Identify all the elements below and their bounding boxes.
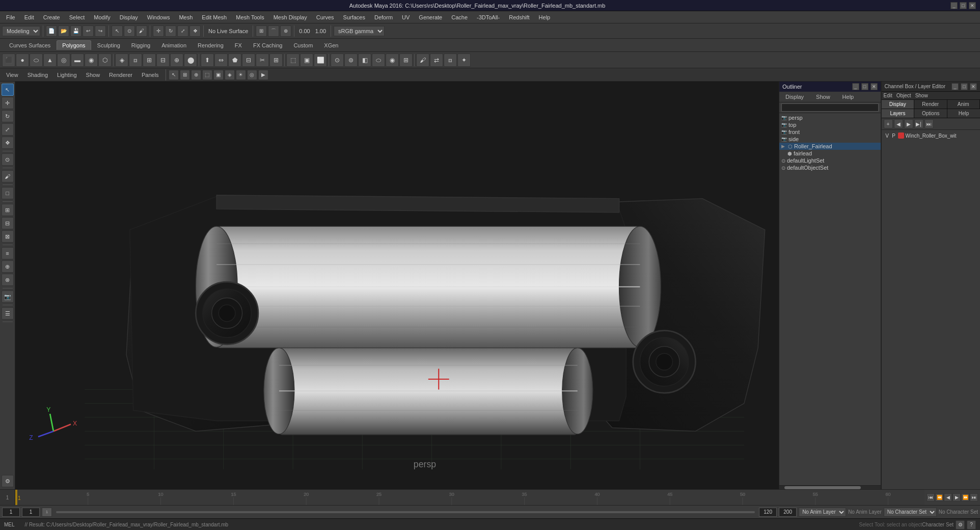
create-cube-icon[interactable]: ⬛ [2, 54, 15, 67]
select-icon[interactable]: ↖ [169, 70, 179, 80]
select-tool-btn[interactable]: ↖ [2, 84, 14, 96]
move-tool[interactable]: ✛ [153, 25, 164, 37]
panels-menu[interactable]: Panels [138, 71, 163, 79]
tab-fx[interactable]: FX [230, 41, 247, 50]
window-controls[interactable]: _ □ ✕ [950, 2, 976, 9]
layer-playback[interactable]: P [891, 133, 896, 139]
char-set-select[interactable]: No Character Set [884, 508, 937, 517]
undo-button[interactable]: ↩ [83, 25, 94, 37]
combine-icon[interactable]: ⊞ [143, 54, 156, 67]
tab-rigging[interactable]: Rigging [126, 41, 155, 50]
redo-button[interactable]: ↪ [95, 25, 106, 37]
layer-toggle[interactable]: ☰ [2, 307, 14, 320]
create-disc-icon[interactable]: ◉ [85, 54, 98, 67]
maximize-button[interactable]: □ [960, 2, 967, 9]
layer-nav-play[interactable]: ▶| [914, 119, 923, 128]
anim-layer-select[interactable]: No Anim Layer [799, 508, 846, 517]
display-wireframe-icon[interactable]: ⬚ [286, 54, 300, 67]
shaded-icon[interactable]: ▣ [213, 70, 224, 80]
tab-fx-caching[interactable]: FX Caching [248, 41, 287, 50]
outliner-item-top[interactable]: 📷 top [779, 121, 881, 128]
shading-menu[interactable]: Shading [23, 71, 52, 79]
tab-custom[interactable]: Custom [288, 41, 318, 50]
outliner-display-menu[interactable]: Display [781, 93, 808, 101]
layer-row[interactable]: V P Winch_Roller_Box_wit [884, 132, 978, 139]
outliner-item-persp[interactable]: 📷 persp [779, 114, 881, 121]
tab-animation[interactable]: Animation [156, 41, 192, 50]
menu-edit-mesh[interactable]: Edit Mesh [198, 13, 231, 21]
display-bounding-icon[interactable]: ⬜ [314, 54, 327, 67]
menu-generate[interactable]: Generate [415, 13, 446, 21]
tool-settings-toggle[interactable]: ⊗ [2, 274, 14, 286]
snap-grid-sm[interactable]: ⊞ [180, 70, 190, 80]
subtab-options[interactable]: Options [914, 109, 947, 118]
create-torus-icon[interactable]: ◎ [57, 54, 70, 67]
channel-box-win-controls[interactable]: _ □ ✕ [951, 83, 977, 90]
go-start-btn[interactable]: ⏮ [927, 493, 935, 501]
extrude-icon[interactable]: ⬆ [201, 54, 214, 67]
menu-uv[interactable]: UV [398, 13, 414, 21]
lighting-menu[interactable]: Lighting [53, 71, 81, 79]
outliner-scroll-thumb[interactable] [784, 486, 861, 489]
paint-sel-btn[interactable]: 🖌 [2, 170, 14, 182]
uv-icon[interactable]: ⊙ [331, 54, 344, 67]
transfer-icon[interactable]: ⇄ [430, 54, 443, 67]
edge-loop-icon[interactable]: ⊟ [242, 54, 255, 67]
menu-help[interactable]: Help [535, 13, 555, 21]
tab-xgen[interactable]: XGen [319, 41, 343, 50]
paint-sel-tool[interactable]: 🖌 [136, 25, 147, 37]
render-icon[interactable]: ▶ [258, 70, 268, 80]
mel-python-toggle[interactable]: ⚙ [2, 475, 14, 487]
mode-select[interactable]: Modeling [2, 26, 40, 36]
create-cone-icon[interactable]: ▲ [43, 54, 57, 67]
view-menu[interactable]: View [2, 71, 22, 79]
menu-curves[interactable]: Curves [312, 13, 338, 21]
status-settings-btn[interactable]: ⚙ [956, 520, 965, 529]
outliner-help-menu[interactable]: Help [838, 93, 858, 101]
menu-surfaces[interactable]: Surfaces [339, 13, 369, 21]
textured-icon[interactable]: ◈ [225, 70, 235, 80]
universal-manip-btn[interactable]: ❖ [2, 137, 14, 149]
show-menu[interactable]: Show [82, 71, 104, 79]
smooth-icon[interactable]: ◈ [115, 54, 128, 67]
snap-point[interactable]: ⊕ [280, 25, 291, 37]
tab-anim[interactable]: Anim [947, 100, 981, 109]
layer-new-btn[interactable]: + [884, 119, 893, 128]
cb-object-menu[interactable]: Object [896, 93, 911, 98]
layer-nav-forward[interactable]: ▶ [904, 119, 913, 128]
wireframe-icon[interactable]: ⬚ [202, 70, 212, 80]
outliner-item-lightset[interactable]: ⊙ defaultLightSet [779, 157, 881, 164]
step-back-btn[interactable]: ⏪ [935, 493, 943, 501]
uv-unfold-icon[interactable]: ⊞ [399, 54, 413, 67]
tab-polygons[interactable]: Polygons [57, 40, 91, 50]
create-platonic-icon[interactable]: ⬡ [98, 54, 112, 67]
menu-3dto[interactable]: -3DToAll- [473, 13, 504, 21]
outliner-search-input[interactable] [781, 103, 879, 112]
menu-select[interactable]: Select [65, 13, 89, 21]
menu-redshift[interactable]: Redshift [505, 13, 533, 21]
cleanup-icon[interactable]: ✦ [457, 54, 471, 67]
display-smooth-icon[interactable]: ▣ [300, 54, 313, 67]
cb-show-menu[interactable]: Show [915, 93, 928, 98]
outliner-minimize[interactable]: _ [852, 83, 859, 90]
menu-edit[interactable]: Edit [20, 13, 38, 21]
save-button[interactable]: 💾 [70, 25, 81, 37]
cb-edit-menu[interactable]: Edit [884, 93, 892, 98]
universal-tool[interactable]: ❖ [189, 25, 201, 37]
create-sphere-icon[interactable]: ● [16, 54, 29, 67]
layer-nav-end[interactable]: ⏭ [924, 119, 934, 128]
subtab-layers[interactable]: Layers [882, 109, 915, 118]
play-back-btn[interactable]: ◀ [944, 493, 952, 501]
lasso-select-btn[interactable]: ⊙ [2, 153, 14, 166]
cut-icon[interactable]: ✂ [256, 54, 269, 67]
menu-mesh[interactable]: Mesh [175, 13, 197, 21]
timeline-ruler[interactable]: 1 5 10 15 20 25 30 35 40 45 50 55 60 [15, 490, 924, 505]
viewport[interactable]: persp X Y Z [15, 82, 779, 489]
menu-create[interactable]: Create [39, 13, 64, 21]
play-fwd-btn[interactable]: ▶ [952, 493, 961, 501]
menu-mesh-tools[interactable]: Mesh Tools [232, 13, 268, 21]
snap-grid[interactable]: ⊞ [256, 25, 267, 37]
uv-planar-icon[interactable]: ◧ [358, 54, 371, 67]
status-help-btn[interactable]: ? [967, 520, 976, 529]
attr-editor-toggle[interactable]: ⊕ [2, 260, 14, 273]
